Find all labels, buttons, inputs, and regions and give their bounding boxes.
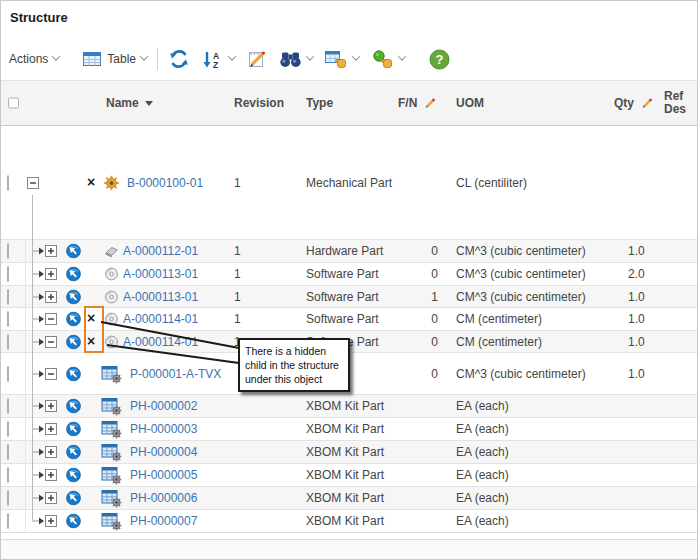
uom-cell: EA (each)	[456, 422, 509, 436]
part-name-link-text[interactable]: PH-0000004	[130, 445, 197, 459]
qty-cell: 1.0	[628, 312, 645, 326]
row-checkbox[interactable]	[7, 514, 9, 528]
part-name-link[interactable]: A-0000112-01	[123, 244, 198, 258]
part-name-link-text[interactable]: A-0000112-01	[123, 244, 198, 258]
tree-expand-toggle[interactable]	[32, 291, 58, 303]
part-name-link[interactable]: B-0000100-01	[127, 176, 203, 190]
row-checkbox[interactable]	[7, 176, 9, 190]
part-name-link-text[interactable]: A-0000113-01	[123, 267, 198, 281]
row-checkbox[interactable]	[7, 312, 9, 326]
tree-collapse-toggle[interactable]	[32, 368, 58, 380]
column-header-revision[interactable]: Revision	[234, 96, 284, 110]
part-name-link[interactable]: P-000001-A-TVX	[130, 367, 221, 381]
tree-expand-toggle[interactable]	[32, 268, 58, 280]
row-checkbox[interactable]	[7, 491, 9, 505]
software-part-icon	[104, 289, 119, 304]
part-name-link-text[interactable]: A-0000113-01	[123, 290, 198, 304]
row-checkbox[interactable]	[7, 290, 9, 304]
tree-expand-toggle[interactable]	[32, 400, 58, 412]
collect-button[interactable]	[371, 50, 405, 69]
navigate-sphere-icon[interactable]	[66, 468, 81, 483]
collector-hand-icon	[371, 50, 394, 69]
actions-menu[interactable]: Actions	[9, 52, 59, 66]
type-cell: Software Part	[306, 267, 379, 281]
column-header-type[interactable]: Type	[306, 96, 333, 110]
navigate-sphere-icon[interactable]	[66, 422, 81, 437]
refresh-button[interactable]	[168, 49, 190, 69]
row-checkbox[interactable]	[7, 399, 9, 413]
column-header-uom[interactable]: UOM	[456, 96, 484, 110]
part-name-link-text[interactable]: P-000001-A-TVX	[130, 367, 221, 381]
software-part-icon	[104, 334, 119, 349]
part-name-link-text[interactable]: PH-0000006	[130, 491, 197, 505]
navigate-sphere-icon[interactable]	[66, 334, 81, 349]
part-name-link[interactable]: A-0000114-01	[123, 312, 198, 326]
part-name-link-text[interactable]: A-0000114-01	[123, 335, 198, 349]
gear-part-icon	[104, 175, 119, 190]
pencil-icon	[424, 97, 436, 109]
tree-expand-toggle[interactable]	[32, 423, 58, 435]
tree-collapse-toggle[interactable]	[27, 177, 39, 189]
part-name-link-text[interactable]: A-0000114-01	[123, 312, 198, 326]
row-checkbox[interactable]	[7, 244, 9, 258]
row-checkbox[interactable]	[7, 445, 9, 459]
sort-button[interactable]: A Z	[202, 50, 235, 69]
hidden-child-marker-icon: ×	[87, 176, 95, 190]
navigate-sphere-icon[interactable]	[66, 399, 81, 414]
binoculars-icon	[279, 51, 302, 68]
column-header-refdes-line2: Des	[664, 103, 686, 116]
row-checkbox[interactable]	[7, 468, 9, 482]
part-name-link-text[interactable]: PH-0000002	[130, 399, 197, 413]
tree-expand-toggle[interactable]	[32, 245, 58, 257]
table-edit-button[interactable]	[325, 50, 359, 69]
help-button[interactable]: ?	[429, 49, 450, 70]
find-button[interactable]	[279, 51, 313, 68]
part-name-link-text[interactable]: B-0000100-01	[127, 176, 203, 190]
navigate-sphere-icon[interactable]	[66, 366, 81, 381]
part-name-link[interactable]: PH-0000005	[130, 468, 197, 482]
select-all-checkbox[interactable]	[8, 98, 19, 109]
navigate-sphere-icon[interactable]	[66, 312, 81, 327]
edit-button[interactable]	[247, 50, 267, 69]
tree-expand-toggle[interactable]	[32, 446, 58, 458]
tree-expand-toggle[interactable]	[32, 492, 58, 504]
navigate-sphere-icon[interactable]	[66, 289, 81, 304]
fn-cell: 1	[406, 290, 438, 304]
navigate-sphere-icon[interactable]	[66, 244, 81, 259]
part-name-link[interactable]: PH-0000004	[130, 445, 197, 459]
part-name-link[interactable]: A-0000114-01	[123, 335, 198, 349]
svg-text:Z: Z	[213, 60, 218, 69]
navigate-sphere-icon[interactable]	[66, 445, 81, 460]
chevron-down-icon	[352, 52, 360, 60]
row-checkbox[interactable]	[7, 422, 9, 436]
part-name-link-text[interactable]: PH-0000003	[130, 422, 197, 436]
column-header-refdes[interactable]: Ref Des	[664, 90, 686, 116]
table-menu-label: Table	[107, 52, 136, 66]
part-name-link[interactable]: A-0000113-01	[123, 267, 198, 281]
part-name-link[interactable]: PH-0000007	[130, 514, 197, 528]
tree-collapse-toggle[interactable]	[32, 336, 58, 348]
uom-cell: EA (each)	[456, 445, 509, 459]
part-name-link[interactable]: PH-0000006	[130, 491, 197, 505]
navigate-sphere-icon[interactable]	[66, 514, 81, 529]
column-header-fn[interactable]: F/N	[398, 96, 436, 110]
navigate-sphere-icon[interactable]	[66, 267, 81, 282]
part-name-link[interactable]: PH-0000002	[130, 399, 197, 413]
part-name-link[interactable]: A-0000113-01	[123, 290, 198, 304]
structure-window: Structure Actions Table	[0, 0, 698, 560]
column-header-qty[interactable]: Qty	[614, 96, 653, 110]
row-checkbox[interactable]	[7, 367, 9, 381]
navigate-sphere-icon[interactable]	[66, 491, 81, 506]
table-menu[interactable]: Table	[83, 51, 147, 67]
tree-expand-toggle[interactable]	[32, 515, 58, 527]
fn-cell: 0	[406, 335, 438, 349]
column-header-name[interactable]: Name	[106, 96, 153, 110]
tree-collapse-toggle[interactable]	[32, 313, 58, 325]
tree-expand-toggle[interactable]	[32, 469, 58, 481]
part-name-link-text[interactable]: PH-0000007	[130, 514, 197, 528]
part-name-link-text[interactable]: PH-0000005	[130, 468, 197, 482]
row-checkbox[interactable]	[7, 335, 9, 349]
chevron-down-icon	[306, 52, 314, 60]
part-name-link[interactable]: PH-0000003	[130, 422, 197, 436]
row-checkbox[interactable]	[7, 267, 9, 281]
